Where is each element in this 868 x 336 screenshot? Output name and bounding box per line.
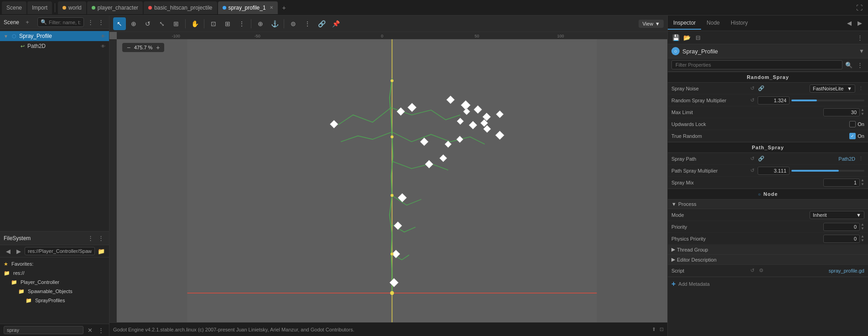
physics-priority-up-icon[interactable]: ▲ [861, 235, 864, 238]
scene-add-icon[interactable]: + [23, 18, 32, 27]
tool-pan-button[interactable]: ✋ [188, 17, 201, 30]
editor-description-toggle[interactable]: ▶ Editor Description [668, 255, 868, 265]
fs-filter-more-icon[interactable]: ⋮ [96, 326, 105, 335]
physics-priority-input[interactable] [823, 235, 860, 243]
inspector-back-icon[interactable]: ◀ [845, 19, 854, 28]
tool-grid-button[interactable]: ⊞ [221, 17, 234, 30]
fs-forward-icon[interactable]: ▶ [14, 247, 23, 256]
fs-settings-icon[interactable]: ⋮ [86, 234, 95, 243]
tree-item-spray-profile[interactable]: ▼ ⬡ Spray_Profile 👁 [0, 31, 109, 41]
tool-select-button[interactable]: ↖ [113, 17, 126, 30]
tool-more2-button[interactable]: ⋮ [301, 17, 314, 30]
spray-profile-eye-icon[interactable]: 👁 [101, 34, 105, 39]
tab-world[interactable]: world [58, 1, 86, 14]
tool-snap-button[interactable]: ⊡ [207, 17, 220, 30]
tool-rotate-button[interactable]: ↺ [141, 17, 154, 30]
spray-noise-reset-icon[interactable]: ↺ [748, 85, 756, 92]
tool-snap2-button[interactable]: ⊕ [254, 17, 267, 30]
script-link[interactable]: spray_profile.gd [829, 268, 864, 273]
script-reset-icon[interactable]: ↺ [748, 267, 756, 274]
viewport-canvas[interactable]: -100 -50 0 50 100 − 475.7 % + [109, 32, 667, 322]
tool-pin-button[interactable]: 📌 [329, 17, 342, 30]
filesystem-filter-input[interactable] [4, 326, 83, 334]
priority-up-icon[interactable]: ▲ [861, 223, 864, 226]
spray-path-more-icon[interactable]: ⋮ [857, 155, 864, 163]
thread-group-toggle[interactable]: ▶ Thread Group [668, 245, 868, 255]
tab-inspector[interactable]: Inspector [668, 17, 701, 30]
spray-noise-more-icon[interactable]: ⋮ [857, 85, 864, 92]
max-limit-up-icon[interactable]: ▲ [861, 108, 864, 112]
fs-item-favorites[interactable]: ★ Favorites: [0, 259, 109, 268]
spray-path-link[interactable]: Path2D [838, 156, 855, 162]
fs-back-icon[interactable]: ◀ [4, 247, 12, 256]
status-icon-2[interactable]: ⊡ [660, 326, 664, 332]
view-button[interactable]: View ▼ [639, 20, 664, 28]
add-metadata-button[interactable]: + Add Metadata [668, 277, 868, 291]
tool-link-button[interactable]: 🔗 [315, 17, 328, 30]
inspector-filter-input[interactable] [671, 60, 842, 69]
updwards-lock-checkbox[interactable] [849, 121, 856, 127]
path-spray-multiplier-input[interactable] [758, 167, 790, 175]
spray-mix-up-icon[interactable]: ▲ [861, 178, 864, 182]
priority-input[interactable] [823, 223, 860, 231]
zoom-minus-button[interactable]: − [125, 44, 132, 51]
fs-filter-close-icon[interactable]: ✕ [85, 326, 94, 335]
tool-move-button[interactable]: ⊕ [127, 17, 140, 30]
scene-search-bar[interactable]: 🔍 [37, 17, 84, 27]
fs-more-icon[interactable]: ⋮ [96, 234, 105, 243]
spray-mix-input[interactable] [823, 178, 860, 187]
spray-mix-down-icon[interactable]: ▼ [861, 183, 864, 186]
tab-history[interactable]: History [725, 17, 753, 30]
fs-item-res[interactable]: 📁 res:// [0, 268, 109, 278]
scene-filter-input[interactable] [49, 20, 81, 25]
inspector-forward-icon[interactable]: ▶ [855, 19, 864, 28]
priority-down-icon[interactable]: ▼ [861, 227, 864, 231]
script-settings-icon[interactable]: ⚙ [758, 267, 765, 274]
tab-basic-hitscan[interactable]: basic_hitscan_projectile [144, 1, 217, 14]
tab-scene[interactable]: Scene [2, 1, 26, 14]
scene-settings-icon[interactable]: ⋮ [86, 18, 95, 27]
ins-open-icon[interactable]: 📂 [682, 33, 691, 42]
spray-path-link-icon[interactable]: 🔗 [758, 155, 765, 163]
tool-transform-button[interactable]: ⊞ [170, 17, 182, 30]
path2d-eye-icon[interactable]: 👁 [101, 44, 105, 49]
tab-player-character[interactable]: player_character [87, 1, 143, 14]
path-spray-reset-icon[interactable]: ↺ [748, 167, 756, 174]
max-limit-input[interactable] [823, 108, 860, 116]
ins-layout-icon[interactable]: ⊟ [693, 33, 702, 42]
tree-item-path2d[interactable]: ▶ ↩ Path2D 👁 [0, 41, 109, 51]
inspector-filter-more-icon[interactable]: ⋮ [855, 60, 864, 69]
true-random-checkbox[interactable] [849, 133, 856, 139]
spray-path-reset-icon[interactable]: ↺ [748, 155, 756, 163]
spray-noise-dropdown[interactable]: FastNoiseLite ▼ [810, 84, 855, 93]
tool-more1-button[interactable]: ⊚ [287, 17, 300, 30]
fs-folder-icon[interactable]: 📁 [97, 247, 105, 256]
random-spray-multiplier-input[interactable] [758, 96, 790, 105]
tool-scale-button[interactable]: ⤡ [156, 17, 168, 30]
spray-path-label: Spray Path [671, 156, 747, 162]
fs-item-spawnable-objects[interactable]: 📁 Spawnable_Objects [0, 287, 109, 296]
zoom-plus-button[interactable]: + [154, 44, 161, 51]
scene-more-icon[interactable]: ⋮ [96, 18, 105, 27]
ins-save-icon[interactable]: 💾 [671, 33, 681, 42]
fs-item-player-controller[interactable]: 📁 Player_Controller [0, 278, 109, 287]
inspector-filter-search-icon[interactable]: 🔍 [844, 60, 853, 69]
tab-import[interactable]: Import [27, 1, 52, 14]
random-spray-reset-icon[interactable]: ↺ [748, 97, 756, 104]
fs-item-spray-profiles[interactable]: 📁 SprayProfiles [0, 296, 109, 305]
tool-anchor-button[interactable]: ⚓ [268, 17, 281, 30]
spray-profile-close-icon[interactable]: ✕ [270, 5, 273, 10]
add-tab-button[interactable]: + [279, 2, 290, 13]
tab-node[interactable]: Node [701, 17, 725, 30]
inspector-collapse-icon[interactable]: ▼ [859, 48, 864, 54]
tab-spray-profile[interactable]: spray_profile_1 ✕ [218, 1, 278, 14]
expand-icon[interactable]: ⛶ [852, 2, 866, 13]
tool-dots-button[interactable]: ⋮ [235, 17, 248, 30]
mode-dropdown[interactable]: Inherit ▼ [810, 211, 864, 219]
status-icon-1[interactable]: ⬆ [652, 326, 656, 332]
max-limit-down-icon[interactable]: ▼ [861, 112, 864, 116]
spray-noise-link-icon[interactable]: 🔗 [758, 85, 765, 92]
ins-more-icon[interactable]: ⋮ [855, 33, 864, 42]
process-toggle[interactable]: ▼ Process [668, 200, 868, 209]
physics-priority-down-icon[interactable]: ▼ [861, 239, 864, 242]
